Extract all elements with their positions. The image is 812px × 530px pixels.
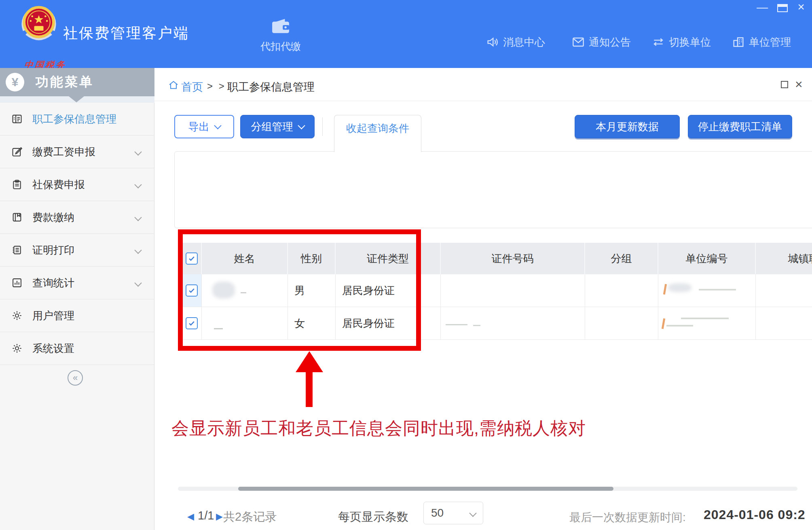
page-close-icon[interactable]: × xyxy=(795,77,803,92)
menu-label: 通知公告 xyxy=(589,35,631,49)
annotation-arrow-stem xyxy=(306,371,313,407)
group-manage-label: 分组管理 xyxy=(251,120,293,134)
table-header-unit-no: 单位编号 xyxy=(658,243,756,274)
page-indicator: 1/1 xyxy=(198,509,214,522)
clipboard-icon xyxy=(11,179,23,190)
swap-icon xyxy=(652,36,665,49)
tab-withholding[interactable]: 代扣代缴 xyxy=(252,16,309,53)
sidebar-item-employee-insurance-info[interactable]: 职工参保信息管理 xyxy=(0,103,154,136)
last-update-value: 2024-01-06 09:2 xyxy=(704,507,806,522)
sidebar-menu: 职工参保信息管理 缴费工资申报 社保费申报 xyxy=(0,103,154,365)
horizontal-scrollbar-thumb[interactable] xyxy=(238,487,613,491)
last-update-label: 最后一次数据更新时间: xyxy=(569,510,686,525)
sidebar-item-fee-payment[interactable]: 费款缴纳 xyxy=(0,201,154,234)
sidebar-collapse-button[interactable]: « xyxy=(68,370,83,386)
pager-next-button[interactable]: ▶ xyxy=(216,511,223,522)
per-page-label: 每页显示条数 xyxy=(338,509,408,525)
group-manage-button[interactable]: 分组管理 xyxy=(240,115,315,138)
total-records: 共2条记录 xyxy=(223,509,277,525)
redacted-dash xyxy=(473,325,480,326)
gear-icon xyxy=(11,343,23,354)
redacted-dash xyxy=(446,324,467,325)
sidebar-item-label: 职工参保信息管理 xyxy=(32,112,116,126)
redacted-dash xyxy=(681,318,729,319)
export-label: 导出 xyxy=(188,120,209,134)
tax-emblem-logo xyxy=(19,3,58,54)
chevron-down-icon xyxy=(214,122,221,129)
stop-payment-list-label: 停止缴费职工清单 xyxy=(698,120,782,134)
menu-label: 切换单位 xyxy=(669,35,711,49)
page-restore-icon[interactable] xyxy=(781,81,788,88)
maximize-button[interactable] xyxy=(777,4,788,12)
redacted-mark xyxy=(663,284,667,295)
sidebar-item-label: 费款缴纳 xyxy=(32,210,74,225)
mail-icon xyxy=(572,36,585,49)
sidebar-item-user-management[interactable]: 用户管理 xyxy=(0,299,154,332)
breadcrumb-current: 职工参保信息管理 xyxy=(227,80,315,94)
speaker-icon xyxy=(486,36,499,49)
gear-icon xyxy=(11,310,23,321)
toolbar-divider xyxy=(322,117,323,136)
sidebar-item-label: 社保费申报 xyxy=(32,178,85,192)
sidebar-notch xyxy=(69,96,84,102)
sidebar-item-label: 系统设置 xyxy=(32,341,74,356)
sidebar-item-query-statistics[interactable]: 查询统计 xyxy=(0,267,154,299)
redacted-dash xyxy=(666,325,693,326)
per-page-select[interactable]: 50 xyxy=(423,502,483,524)
sidebar-item-certificate-print[interactable]: 证明打印 xyxy=(0,234,154,267)
sidebar-item-label: 查询统计 xyxy=(32,276,74,290)
wallet-icon xyxy=(270,16,291,35)
tab-withholding-label: 代扣代缴 xyxy=(252,40,309,53)
sidebar-item-wage-declaration[interactable]: 缴费工资申报 xyxy=(0,136,154,168)
sidebar-item-label: 证明打印 xyxy=(32,243,74,257)
chevron-down-icon xyxy=(134,148,142,155)
sidebar-item-social-fee-declaration[interactable]: 社保费申报 xyxy=(0,168,154,201)
bar-chart-icon xyxy=(11,277,23,288)
menu-label: 单位管理 xyxy=(749,35,791,49)
table-header-urban: 城镇职 xyxy=(756,243,812,274)
stop-payment-list-button[interactable]: 停止缴费职工清单 xyxy=(688,115,792,138)
menu-label: 消息中心 xyxy=(503,35,545,49)
id-grid-icon xyxy=(11,113,23,125)
sidebar-header: ¥ 功能菜单 xyxy=(0,68,154,96)
update-month-button[interactable]: 本月更新数据 xyxy=(575,115,680,138)
cell-cert-no-redacted xyxy=(441,274,585,307)
cell-urban xyxy=(756,307,812,340)
menu-message-center[interactable]: 消息中心 xyxy=(486,35,545,49)
redacted-dash xyxy=(699,289,736,290)
chevron-down-icon xyxy=(298,122,305,129)
cell-group xyxy=(585,307,658,340)
redacted-mark xyxy=(662,318,665,329)
yen-circle-icon: ¥ xyxy=(6,73,24,91)
menu-unit-management[interactable]: 单位管理 xyxy=(732,35,791,49)
close-button[interactable]: × xyxy=(795,0,807,14)
update-month-label: 本月更新数据 xyxy=(596,120,659,134)
chevron-down-icon xyxy=(134,181,142,188)
home-icon xyxy=(168,79,179,91)
sidebar-item-label: 缴费工资申报 xyxy=(32,145,95,159)
minimize-button[interactable]: — xyxy=(756,1,768,13)
breadcrumb-home-link[interactable]: 首页 xyxy=(181,80,203,94)
export-button[interactable]: 导出 xyxy=(174,115,234,138)
collapse-query-label: 收起查询条件 xyxy=(334,121,421,136)
book-icon xyxy=(11,212,23,223)
app-window: 中国税务 社保费管理客户端 代扣代缴 消息中心 通知公告 xyxy=(0,0,812,530)
collapse-query-tab[interactable]: 收起查询条件 xyxy=(334,115,421,152)
cell-unit-no-redacted xyxy=(658,307,756,340)
sidebar-item-system-settings[interactable]: 系统设置 xyxy=(0,332,154,365)
chevron-down-icon xyxy=(134,214,142,221)
cell-unit-no-redacted xyxy=(658,274,756,307)
minimize-icon: — xyxy=(757,1,768,13)
breadcrumb-separator: > > xyxy=(207,81,226,92)
annotation-text: 会显示新员工和老员工信息会同时出现,需纳税人核对 xyxy=(171,417,586,440)
table-header-cert-no: 证件号码 xyxy=(441,243,585,274)
menu-notices[interactable]: 通知公告 xyxy=(572,35,631,49)
per-page-value: 50 xyxy=(431,507,444,519)
cell-group xyxy=(585,274,658,307)
maximize-icon xyxy=(778,5,787,7)
edit-icon xyxy=(11,146,23,157)
app-title: 社保费管理客户端 xyxy=(63,23,189,43)
sidebar-item-label: 用户管理 xyxy=(32,309,74,323)
pager-prev-button[interactable]: ◀ xyxy=(187,511,194,522)
menu-switch-unit[interactable]: 切换单位 xyxy=(652,35,711,49)
